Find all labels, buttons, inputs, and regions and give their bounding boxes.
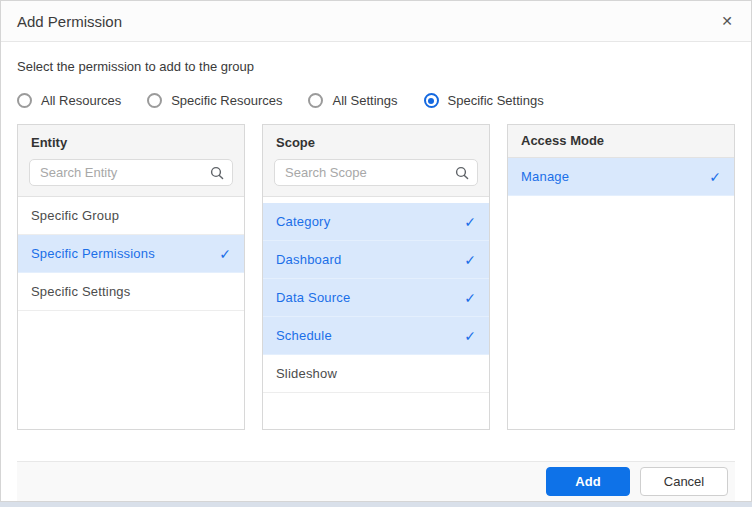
entity-search [29,159,233,186]
dialog-title: Add Permission [17,13,719,30]
dialog-header: Add Permission ✕ [1,1,751,42]
entity-panel: Entity Specific GroupSpecific Permis [17,124,245,430]
list-item-specific-settings[interactable]: Specific Settings [18,273,244,311]
radio-option-specific-settings[interactable]: Specific Settings [424,93,544,108]
list-item-label: Specific Permissions [31,246,219,261]
list-item-category[interactable]: Category✓ [263,203,489,241]
dialog-subtitle: Select the permission to add to the grou… [17,59,735,74]
scope-panel-title: Scope [276,135,478,150]
checkmark-icon: ✓ [464,252,476,268]
radio-unselected-icon [17,93,32,108]
access-mode-list: Manage✓ [508,158,734,429]
list-item-label: Dashboard [276,252,464,267]
scope-panel: Scope Catego [262,124,490,430]
entity-panel-title: Entity [31,135,233,150]
entity-list: Specific GroupSpecific Permissions✓Speci… [18,197,244,429]
radio-option-label: All Settings [332,93,397,108]
access-mode-panel-header: Access Mode [508,125,734,158]
list-item-dashboard[interactable]: Dashboard✓ [263,241,489,279]
scope-search-input[interactable] [274,159,478,186]
list-item-schedule[interactable]: Schedule✓ [263,317,489,355]
access-mode-panel-title: Access Mode [521,133,721,148]
checkmark-icon: ✓ [464,214,476,230]
radio-unselected-icon [308,93,323,108]
radio-selected-icon [424,93,439,108]
add-permission-dialog: Add Permission ✕ Select the permission t… [0,0,752,502]
close-icon[interactable]: ✕ [719,10,735,32]
cancel-button[interactable]: Cancel [640,467,728,496]
dialog-footer: Add Cancel [17,461,735,501]
list-item-specific-permissions[interactable]: Specific Permissions✓ [18,235,244,273]
entity-search-input[interactable] [29,159,233,186]
list-item-manage[interactable]: Manage✓ [508,158,734,196]
list-item-label: Slideshow [276,366,476,381]
radio-option-specific-resources[interactable]: Specific Resources [147,93,282,108]
access-mode-panel: Access Mode Manage✓ [507,124,735,430]
list-item-data-source[interactable]: Data Source✓ [263,279,489,317]
list-item-label: Specific Group [31,208,231,223]
entity-panel-header: Entity [18,125,244,197]
scope-panel-header: Scope [263,125,489,197]
dialog-body: Select the permission to add to the grou… [1,42,751,501]
radio-option-label: Specific Settings [448,93,544,108]
list-item-slideshow[interactable]: Slideshow [263,355,489,393]
scope-search [274,159,478,186]
list-item-label: Specific Settings [31,284,231,299]
radio-option-label: Specific Resources [171,93,282,108]
checkmark-icon: ✓ [464,328,476,344]
selection-columns: Entity Specific GroupSpecific Permis [17,124,735,430]
add-button[interactable]: Add [546,467,630,496]
list-item-label: Schedule [276,328,464,343]
list-item-label: Data Source [276,290,464,305]
list-item-specific-group[interactable]: Specific Group [18,197,244,235]
page-background: Add Permission ✕ Select the permission t… [0,0,752,507]
checkmark-icon: ✓ [464,290,476,306]
radio-unselected-icon [147,93,162,108]
scope-list: Category✓Dashboard✓Data Source✓Schedule✓… [263,197,489,429]
permission-type-radio-group: All ResourcesSpecific ResourcesAll Setti… [17,93,735,108]
radio-option-all-resources[interactable]: All Resources [17,93,121,108]
radio-option-all-settings[interactable]: All Settings [308,93,397,108]
list-item-label: Manage [521,169,709,184]
radio-option-label: All Resources [41,93,121,108]
checkmark-icon: ✓ [709,169,721,185]
checkmark-icon: ✓ [219,246,231,262]
list-item-label: Category [276,214,464,229]
